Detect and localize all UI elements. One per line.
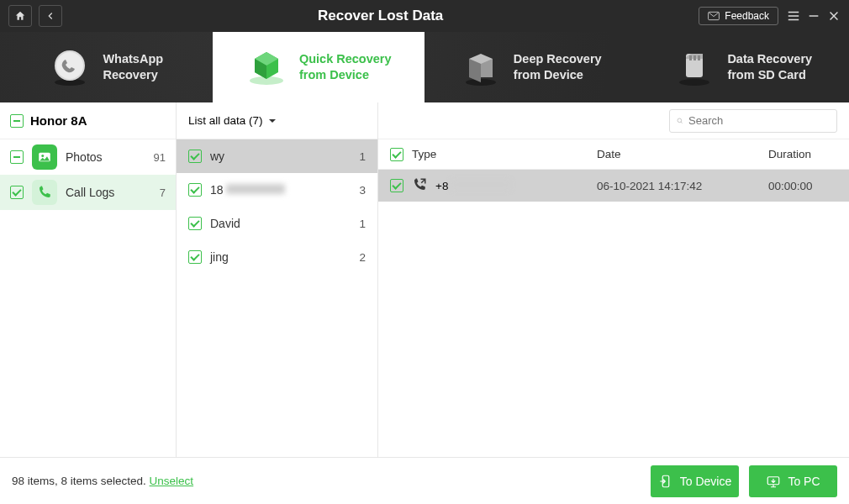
to-device-button[interactable]: To Device xyxy=(651,465,739,497)
sidebar-count: 91 xyxy=(154,151,166,164)
contact-row[interactable]: 18 3 xyxy=(177,173,377,207)
col-date: Date xyxy=(597,148,748,160)
row-checkbox[interactable] xyxy=(390,179,403,192)
row-number: +8 xyxy=(435,180,510,192)
col-duration: Duration xyxy=(748,148,849,160)
menu-icon[interactable] xyxy=(787,9,800,23)
home-icon xyxy=(14,10,26,22)
search-input[interactable] xyxy=(688,114,830,127)
search-box[interactable] xyxy=(669,109,837,133)
contact-count: 1 xyxy=(359,150,366,163)
to-pc-button[interactable]: To PC xyxy=(749,465,837,497)
feedback-button[interactable]: Feedback xyxy=(699,7,778,25)
minimize-icon[interactable] xyxy=(807,9,820,23)
tab-label: Quick Recovery xyxy=(299,51,392,67)
titlebar: Recover Lost Data Feedback xyxy=(0,0,849,32)
sidebar-label: Call Logs xyxy=(66,186,151,199)
selectall-checkbox[interactable] xyxy=(390,148,403,161)
sd-card-icon xyxy=(673,46,715,88)
contact-checkbox[interactable] xyxy=(188,217,202,230)
chevron-left-icon xyxy=(45,10,56,22)
tab-quick-recovery[interactable]: Quick Recoveryfrom Device xyxy=(213,32,425,102)
to-pc-label: To PC xyxy=(788,475,820,488)
tab-label: Recovery xyxy=(103,67,163,83)
photos-icon xyxy=(32,144,57,170)
contact-name: 18 xyxy=(210,183,351,197)
unselect-link[interactable]: Unselect xyxy=(150,475,194,487)
tab-label: WhatsApp xyxy=(103,51,163,67)
contact-count: 3 xyxy=(359,184,366,197)
feedback-label: Feedback xyxy=(725,10,769,22)
contact-checkbox[interactable] xyxy=(188,150,202,163)
tab-bar: WhatsAppRecovery Quick Recoveryfrom Devi… xyxy=(0,32,849,102)
sidebar: Honor 8A Photos 91 Call Logs 7 xyxy=(0,102,177,457)
contact-count: 2 xyxy=(359,251,366,264)
contact-checkbox[interactable] xyxy=(188,250,202,264)
page-title: Recover Lost Data xyxy=(62,8,699,24)
tab-label: from Device xyxy=(299,67,392,83)
tab-sd-recovery[interactable]: Data Recoveryfrom SD Card xyxy=(637,32,850,102)
back-button[interactable] xyxy=(39,5,62,27)
row-date: 06-10-2021 14:17:42 xyxy=(597,180,748,192)
col-type: Type xyxy=(412,148,436,160)
svg-rect-7 xyxy=(689,55,692,60)
tab-label: from SD Card xyxy=(727,67,812,83)
to-pc-icon xyxy=(766,474,781,489)
tab-label: Data Recovery xyxy=(727,51,812,67)
status-text: 98 items, 8 items selected. Unselect xyxy=(12,475,193,487)
filter-dropdown[interactable]: List all data (7) xyxy=(177,102,377,139)
device-checkbox[interactable] xyxy=(10,114,24,128)
contact-panel: List all data (7) wy 1 18 3 David 1 jing… xyxy=(177,102,378,457)
close-icon[interactable] xyxy=(827,9,841,23)
device-row[interactable]: Honor 8A xyxy=(0,102,176,139)
sidebar-label: Photos xyxy=(66,150,145,164)
chevron-down-icon xyxy=(268,117,277,125)
contact-count: 1 xyxy=(359,218,366,230)
detail-panel: Type Date Duration +8 06-10-2021 14:17:4… xyxy=(378,102,849,457)
sidebar-item-photos[interactable]: Photos 91 xyxy=(0,139,176,175)
calllogs-checkbox[interactable] xyxy=(10,186,24,199)
tab-deep-recovery[interactable]: Deep Recoveryfrom Device xyxy=(424,32,637,102)
mail-icon xyxy=(708,11,720,21)
sidebar-item-calllogs[interactable]: Call Logs 7 xyxy=(0,175,176,210)
contact-row[interactable]: jing 2 xyxy=(177,240,377,274)
sidebar-count: 7 xyxy=(160,186,166,199)
search-icon xyxy=(677,115,683,127)
outgoing-call-icon xyxy=(412,177,427,195)
contact-name: jing xyxy=(210,250,351,264)
svg-point-12 xyxy=(678,118,682,123)
photos-checkbox[interactable] xyxy=(10,150,24,164)
svg-rect-8 xyxy=(693,55,696,60)
device-name: Honor 8A xyxy=(30,113,87,128)
box-icon xyxy=(460,46,502,88)
to-device-label: To Device xyxy=(680,475,731,488)
calllogs-icon xyxy=(32,180,57,205)
home-button[interactable] xyxy=(8,5,32,27)
cube-icon xyxy=(245,46,287,88)
table-header: Type Date Duration xyxy=(378,139,849,170)
table-row[interactable]: +8 06-10-2021 14:17:42 00:00:00 xyxy=(378,170,849,202)
contact-name: David xyxy=(210,217,351,230)
contact-row[interactable]: wy 1 xyxy=(177,139,377,173)
tab-label: Deep Recovery xyxy=(514,51,602,67)
filter-label: List all data (7) xyxy=(188,114,263,127)
tab-whatsapp[interactable]: WhatsAppRecovery xyxy=(0,32,213,102)
svg-point-11 xyxy=(41,155,44,157)
contact-name: wy xyxy=(210,150,351,163)
row-duration: 00:00:00 xyxy=(748,180,849,192)
contact-row[interactable]: David 1 xyxy=(177,207,377,240)
whatsapp-icon xyxy=(49,46,91,88)
tab-label: from Device xyxy=(514,67,602,83)
contact-checkbox[interactable] xyxy=(188,183,202,197)
footer: 98 items, 8 items selected. Unselect To … xyxy=(0,457,849,504)
to-device-icon xyxy=(658,474,673,489)
svg-rect-9 xyxy=(698,55,700,60)
svg-point-5 xyxy=(679,79,709,86)
